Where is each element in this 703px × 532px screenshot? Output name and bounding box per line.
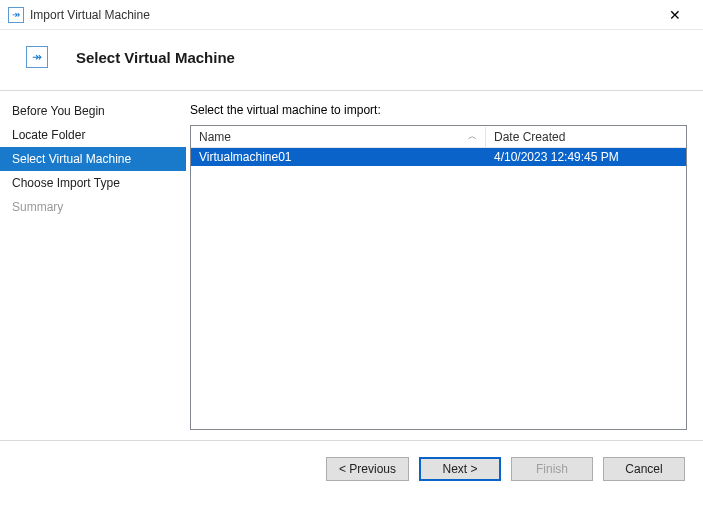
previous-button[interactable]: < Previous [326,457,409,481]
sidebar-item-select-virtual-machine[interactable]: Select Virtual Machine [0,147,186,171]
list-header: Name ︿ Date Created [191,126,686,148]
close-icon[interactable]: ✕ [655,3,695,27]
list-item[interactable]: Virtualmachine01 4/10/2023 12:49:45 PM [191,148,686,166]
instruction-text: Select the virtual machine to import: [190,103,687,117]
sidebar: Before You Begin Locate Folder Select Vi… [0,91,186,440]
body: Before You Begin Locate Folder Select Vi… [0,90,703,440]
vm-list: Name ︿ Date Created Virtualmachine01 4/1… [190,125,687,430]
cell-date: 4/10/2023 12:49:45 PM [486,149,686,165]
next-button[interactable]: Next > [419,457,501,481]
column-header-name-label: Name [199,130,231,144]
titlebar: ↠ Import Virtual Machine ✕ [0,0,703,30]
column-header-date-label: Date Created [494,130,565,144]
page-header: ↠ Select Virtual Machine [0,30,703,90]
main-panel: Select the virtual machine to import: Na… [186,91,703,440]
sidebar-item-locate-folder[interactable]: Locate Folder [0,123,186,147]
step-icon: ↠ [26,46,48,68]
sidebar-item-summary: Summary [0,195,186,219]
cell-name: Virtualmachine01 [191,149,486,165]
column-header-name[interactable]: Name ︿ [191,127,486,147]
cancel-button[interactable]: Cancel [603,457,685,481]
column-header-date[interactable]: Date Created [486,127,686,147]
finish-button: Finish [511,457,593,481]
app-icon: ↠ [8,7,24,23]
page-title: Select Virtual Machine [76,49,235,66]
window-title: Import Virtual Machine [30,8,655,22]
sort-indicator-icon: ︿ [468,129,477,142]
sidebar-item-before-you-begin[interactable]: Before You Begin [0,99,186,123]
footer: < Previous Next > Finish Cancel [0,440,703,496]
sidebar-item-choose-import-type[interactable]: Choose Import Type [0,171,186,195]
list-rows: Virtualmachine01 4/10/2023 12:49:45 PM [191,148,686,429]
